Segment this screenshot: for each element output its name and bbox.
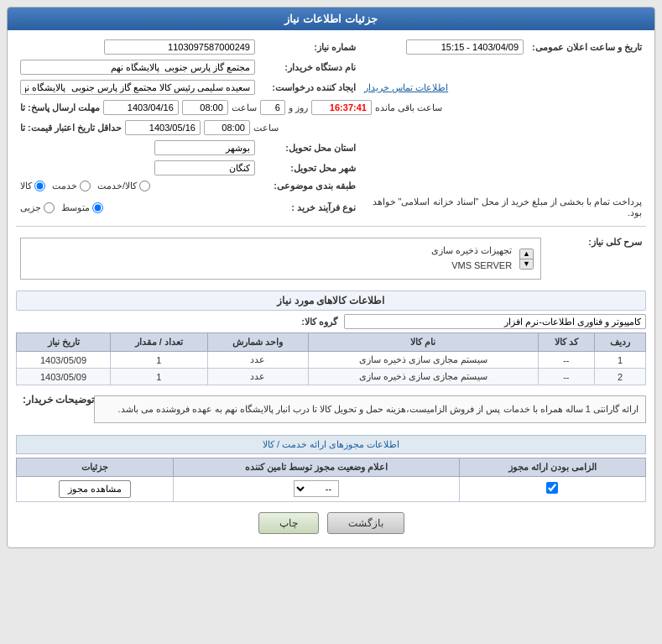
shahr-label: شهر محل تحویل:	[259, 158, 360, 178]
cell-nam: سیستم مجازی سازی ذخیره سازی	[308, 352, 538, 369]
footer-buttons: بازگشت چاپ	[16, 512, 646, 541]
tawzihat-value: ارائه گارانتی 1 ساله همراه با خدمات پس ا…	[117, 404, 639, 414]
radio-kala-label: کالا	[20, 181, 45, 191]
ostan-label: استان محل تحویل:	[259, 138, 360, 158]
mohlat-rooz-input[interactable]	[260, 100, 285, 115]
cell-kod: --	[538, 352, 595, 369]
mojawaz-col-status: اعلام وضعیت مجوز توسط تامین کننده	[174, 458, 459, 476]
shomare-niaz-value-cell	[16, 37, 259, 57]
serh-text-container: تجهیزات ذخیره سازی VMS SERVER	[431, 243, 512, 273]
col-tarikh: تاریخ نیاز	[17, 333, 111, 352]
nam-dastgah-label: نام دستگاه خریدار:	[259, 57, 360, 77]
serh-label: سرح کلی نیاز:	[545, 232, 646, 285]
ettelaat-section-title: اطلاعات کالاهای مورد نیاز	[16, 291, 646, 311]
radio-jozi-label: جزیی	[20, 202, 55, 213]
cell-radif: 1	[595, 352, 646, 369]
radio-motevaset-text: متوسط	[61, 202, 90, 213]
info-table-top: تاریخ و ساعت اعلان عمومی: شماره نیاز: نا…	[16, 37, 646, 221]
mashahede-mojawaz-btn[interactable]: مشاهده مجوز	[59, 480, 131, 498]
radio-khidmat[interactable]	[80, 181, 91, 191]
mohlat-date-input[interactable]	[103, 100, 179, 115]
card-body: تاریخ و ساعت اعلان عمومی: شماره نیاز: نا…	[8, 30, 654, 547]
mojawaz-joziyat-cell: مشاهده مجوز	[17, 476, 174, 501]
cell-vahed: عدد	[207, 352, 308, 369]
radio-motevaset-label: متوسط	[61, 202, 103, 213]
divider-1	[16, 226, 646, 227]
serh-line2: VMS SERVER	[431, 259, 512, 274]
cell-vahed: عدد	[207, 369, 308, 385]
noe-faraind-note-cell: پرداخت تمام با بخشی از مبلغ خرید از محل …	[364, 196, 642, 218]
mojawaz-elzami-cell	[459, 476, 645, 501]
mojawaz-table: الزامی بودن ارائه مجوز اعلام وضعیت مجوز …	[16, 458, 646, 502]
cell-tedad: 1	[111, 369, 208, 385]
ijad-konande-value-cell	[16, 77, 259, 97]
shomare-niaz-input[interactable]	[104, 39, 255, 55]
tabaqe-value-cell: کالا/خدمت خدمت کالا	[16, 178, 259, 194]
page-title: جزئیات اطلاعات نیاز	[284, 13, 377, 25]
mojawaz-title-link[interactable]: اطلاعات مجوزهای ارائه خدمت / کالا	[263, 439, 399, 449]
ostan-input[interactable]	[154, 140, 255, 155]
grohe-kala-input[interactable]	[344, 314, 646, 329]
col-radif: ردیف	[595, 333, 646, 352]
page-wrapper: جزئیات اطلاعات نیاز تاریخ و ساعت اعلان ع…	[0, 0, 662, 644]
radio-motevaset[interactable]	[92, 202, 103, 213]
noe-faraind-note: پرداخت تمام با بخشی از مبلغ خرید از محل …	[373, 196, 642, 217]
tawzihat-box: ارائه گارانتی 1 ساله همراه با خدمات پس ا…	[94, 395, 646, 423]
mohlat-baqi-input[interactable]	[311, 100, 372, 115]
mojawaz-checkbox[interactable]	[546, 482, 558, 494]
nam-dastgah-input[interactable]	[20, 60, 255, 75]
grohe-kala-label: گروه کالا:	[301, 317, 337, 327]
ijad-link-cell: اطلاعات تماس خریدار	[360, 77, 646, 97]
table-row: 1 -- سیستم مجازی سازی ذخیره سازی عدد 1 1…	[17, 352, 646, 369]
col-nam: نام کالا	[308, 333, 538, 352]
serh-arrow-down[interactable]: ▼	[520, 259, 533, 269]
hadaqal-row: ساعت حداقل تاریخ اعتبار قیمت: تا	[16, 118, 646, 138]
mohlat-saat-label: ساعت	[232, 102, 257, 113]
card-header: جزئیات اطلاعات نیاز	[8, 8, 654, 30]
cell-tarikh: 1403/05/09	[17, 369, 111, 385]
nam-dastgah-value-cell	[16, 57, 259, 77]
radio-kala[interactable]	[34, 181, 45, 191]
mojawaz-section: اطلاعات مجوزهای ارائه خدمت / کالا الزامی…	[16, 435, 646, 502]
radio-jozi-text: جزیی	[20, 202, 41, 213]
tarikh-label: تاریخ و ساعت اعلان عمومی:	[528, 37, 646, 57]
mojawaz-status-select[interactable]: -- دارم ندارم	[294, 480, 339, 497]
mojawaz-col-joziyat: جزئیات	[17, 458, 174, 476]
main-card: جزئیات اطلاعات نیاز تاریخ و ساعت اعلان ع…	[7, 7, 655, 548]
shahr-value-cell	[16, 158, 259, 178]
ostan-value-cell	[16, 138, 259, 158]
ijad-konande-input[interactable]	[20, 80, 255, 95]
chap-button[interactable]: چاپ	[258, 512, 319, 534]
hadaqal-saat-input[interactable]	[204, 120, 250, 135]
serh-koli-box: ▲ ▼ تجهیزات ذخیره سازی VMS SERVER	[20, 238, 541, 280]
cell-kod: --	[538, 369, 595, 385]
hadaqal-saat-label: ساعت	[253, 123, 279, 134]
mohlat-saat-input[interactable]	[182, 100, 228, 115]
bazgasht-button[interactable]: بازگشت	[327, 512, 404, 534]
col-tedad: تعداد / مقدار	[111, 333, 208, 352]
tarikh-input[interactable]	[406, 39, 524, 55]
shahr-input[interactable]	[154, 160, 255, 175]
hadaqal-date-input[interactable]	[125, 120, 201, 135]
cell-tarikh: 1403/05/09	[17, 352, 111, 369]
serh-arrow-up[interactable]: ▲	[520, 249, 533, 259]
radio-kala-khidmat-text: کالا/خدمت	[97, 181, 137, 191]
serh-table: سرح کلی نیاز: ▲ ▼ تجهیزات ذخیره سازی VMS…	[16, 232, 646, 285]
radio-jozi[interactable]	[44, 202, 55, 213]
radio-kala-khidmat[interactable]	[139, 181, 150, 191]
radio-kala-khidmat-label: کالا/خدمت	[97, 181, 150, 191]
noe-faraind-label: نوع فرآیند خرید :	[259, 194, 360, 221]
mohlat-row: ساعت باقی مانده روز و ساعت مهلت ارسال پا…	[16, 97, 646, 118]
mohlat-rooz-label: روز و	[289, 102, 308, 113]
mojawaz-col-elzami: الزامی بودن ارائه مجوز	[459, 458, 645, 476]
ijad-konande-label: ایجاد کننده درخواست:	[259, 77, 360, 97]
kala-table: ردیف کد کالا نام کالا واحد شمارش تعداد /…	[16, 332, 646, 385]
ettelaat-tamas-link[interactable]: اطلاعات تماس خریدار	[364, 82, 448, 92]
tarikh-value-cell	[360, 37, 528, 57]
col-kod: کد کالا	[538, 333, 595, 352]
mojawaz-title-bar: اطلاعات مجوزهای ارائه خدمت / کالا	[16, 435, 646, 454]
cell-radif: 2	[595, 369, 646, 385]
mojawaz-row: -- دارم ندارم مشاهده مجوز	[17, 476, 646, 501]
tawzihat-container: ارائه گارانتی 1 ساله همراه با خدمات پس ا…	[16, 390, 646, 428]
mohlat-label: مهلت ارسال پاسخ: تا	[20, 102, 100, 113]
